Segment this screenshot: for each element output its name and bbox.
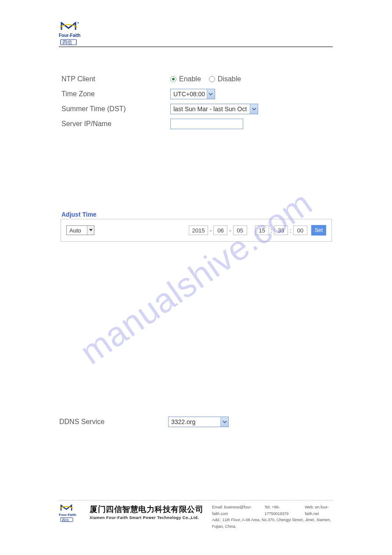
footer-email: Email: business@four-faith.com — [212, 504, 253, 517]
footer-company: 厦门四信智慧电力科技有限公司 Xiamen Four-Faith Smart P… — [90, 504, 203, 520]
dash-separator: - — [229, 227, 231, 234]
radio-unchecked-icon — [209, 76, 215, 82]
timezone-row: Time Zone UTC+08:00 — [61, 87, 334, 101]
hour-input[interactable]: 15 — [255, 225, 269, 235]
dst-select[interactable]: last Sun Mar - last Sun Oct — [170, 104, 258, 114]
colon-separator: : — [289, 227, 292, 234]
ddns-select[interactable]: 3322.org — [168, 417, 229, 427]
svg-text:四信: 四信 — [62, 40, 72, 45]
footer-contact: Email: business@four-faith.com Tel: +86-… — [212, 504, 333, 530]
second-input[interactable]: 00 — [293, 225, 307, 235]
timezone-select[interactable]: UTC+08:00 — [170, 89, 215, 99]
adjust-time-legend: Adjust Time — [61, 211, 332, 218]
year-input[interactable]: 2015 — [189, 225, 208, 235]
brand-text: Four-Faith — [59, 33, 80, 38]
adjust-time-section: Adjust Time Auto 2015 - 06 - 05 15 : 33 … — [61, 211, 332, 242]
caret-down-icon — [87, 226, 94, 235]
timezone-label: Time Zone — [61, 90, 170, 98]
datetime-inputs: 2015 - 06 - 05 15 : 33 : 00 Set — [189, 225, 326, 236]
company-name-en: Xiamen Four-Faith Smart Power Technology… — [90, 515, 203, 520]
colon-separator: : — [270, 227, 273, 234]
ddns-value: 3322.org — [171, 418, 220, 425]
chevron-down-icon — [220, 417, 228, 427]
ntp-disable-option[interactable]: Disable — [209, 75, 241, 83]
ddns-row: DDNS Service 3322.org — [59, 417, 331, 427]
svg-text:Four-Faith: Four-Faith — [59, 513, 76, 517]
dash-separator: - — [209, 227, 212, 234]
ntp-enable-option[interactable]: Enable — [170, 75, 201, 83]
month-input[interactable]: 06 — [213, 225, 227, 235]
ddns-label: DDNS Service — [59, 418, 168, 426]
server-label: Server IP/Name — [61, 120, 170, 128]
dst-row: Summer Time (DST) last Sun Mar - last Su… — [61, 102, 334, 116]
ntp-client-row: NTP Client Enable Disable — [61, 72, 334, 86]
footer-tel: Tel: +86-17750019379 — [264, 504, 293, 517]
chevron-down-icon — [250, 104, 258, 114]
minute-input[interactable]: 33 — [274, 225, 288, 235]
adjust-mode-select[interactable]: Auto — [66, 225, 94, 235]
set-button[interactable]: Set — [311, 225, 326, 236]
footer-address: Add.: 11th Floor, A-06 Area, No.370, Che… — [212, 518, 331, 528]
enable-label: Enable — [179, 75, 201, 83]
adjust-mode-value: Auto — [69, 227, 81, 234]
ntp-client-label: NTP Client — [61, 75, 170, 83]
svg-text:四信: 四信 — [62, 518, 69, 522]
page-footer: Four-Faith 四信 厦门四信智慧电力科技有限公司 Xiamen Four… — [59, 500, 333, 530]
dst-label: Summer Time (DST) — [61, 105, 170, 113]
adjust-time-box: Auto 2015 - 06 - 05 15 : 33 : 00 Set — [61, 219, 332, 242]
footer-web: Web: en.four-faith.net — [305, 504, 333, 517]
company-name-cn: 厦门四信智慧电力科技有限公司 — [90, 505, 203, 514]
brand-logo: Four-Faith 四信 — [59, 21, 95, 46]
day-input[interactable]: 05 — [233, 225, 247, 235]
server-input[interactable] — [170, 119, 243, 129]
page-header: Four-Faith 四信 — [59, 21, 333, 47]
svg-point-0 — [78, 22, 79, 24]
radio-checked-icon — [170, 76, 176, 82]
timezone-value: UTC+08:00 — [173, 91, 207, 98]
dst-value: last Sun Mar - last Sun Oct — [173, 105, 250, 112]
ntp-settings-form: NTP Client Enable Disable Time Zone UTC+… — [61, 72, 334, 132]
footer-logo: Four-Faith 四信 — [59, 504, 85, 522]
ntp-client-radio-group: Enable Disable — [170, 75, 241, 83]
footer-rule — [59, 500, 333, 501]
chevron-down-icon — [207, 89, 215, 99]
disable-label: Disable — [218, 75, 241, 83]
server-row: Server IP/Name — [61, 117, 334, 131]
header-rule — [59, 47, 333, 47]
